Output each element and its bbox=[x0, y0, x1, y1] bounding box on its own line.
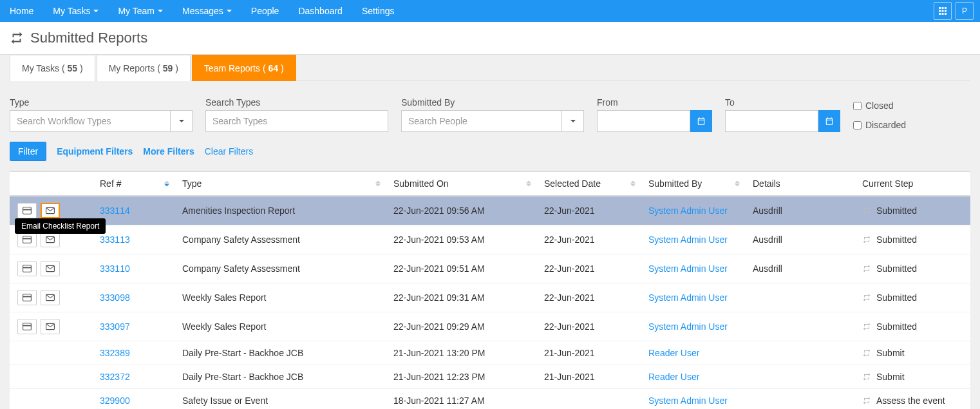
closed-checkbox-label[interactable]: Closed bbox=[853, 100, 906, 111]
caret-down-icon bbox=[570, 120, 576, 122]
col-ref[interactable]: Ref # bbox=[92, 171, 174, 196]
nav-settings[interactable]: Settings bbox=[352, 0, 404, 22]
submittedby-input[interactable] bbox=[401, 110, 562, 132]
table-row[interactable]: 333113Company Safety Assessment22-Jun-20… bbox=[10, 225, 970, 254]
current-step-text: Submitted bbox=[876, 263, 917, 274]
current-step-text: Submit bbox=[876, 348, 905, 358]
cell-submitted-on: 22-Jun-2021 09:29 AM bbox=[386, 312, 536, 341]
nav-dashboard[interactable]: Dashboard bbox=[288, 0, 352, 22]
svg-rect-10 bbox=[23, 209, 32, 211]
col-actions bbox=[10, 171, 92, 196]
submittedby-dropdown-button[interactable] bbox=[562, 110, 584, 132]
user-link[interactable]: System Admin User bbox=[648, 395, 728, 406]
cell-selected-date: 21-Jun-2021 bbox=[536, 365, 641, 389]
nav-myteam[interactable]: My Team bbox=[108, 0, 173, 22]
ref-link[interactable]: 333097 bbox=[100, 321, 130, 332]
ref-link[interactable]: 333113 bbox=[100, 234, 130, 245]
nav-messages[interactable]: Messages bbox=[173, 0, 241, 22]
user-link[interactable]: System Admin User bbox=[648, 205, 728, 216]
caret-down-icon bbox=[158, 10, 163, 12]
from-calendar-button[interactable] bbox=[690, 110, 712, 132]
table-row[interactable]: 332389Daily Pre-Start - Backhoe JCB21-Ju… bbox=[10, 341, 970, 365]
table-row[interactable]: 333097Weekly Sales Report22-Jun-2021 09:… bbox=[10, 312, 970, 341]
col-submitted-on-label: Submitted On bbox=[393, 178, 449, 189]
discarded-checkbox[interactable] bbox=[853, 121, 862, 129]
tab-teamreports-label: Team Reports bbox=[204, 63, 260, 73]
cell-selected-date: 22-Jun-2021 bbox=[536, 225, 641, 254]
apps-button[interactable] bbox=[934, 2, 952, 20]
col-selected-date[interactable]: Selected Date bbox=[536, 171, 641, 196]
tab-teamreports[interactable]: Team Reports ( 64 ) bbox=[192, 55, 296, 81]
sort-icon bbox=[735, 181, 740, 187]
ref-link[interactable]: 333110 bbox=[100, 263, 130, 274]
user-link[interactable]: Reader User bbox=[648, 348, 699, 358]
email-report-button[interactable] bbox=[41, 232, 60, 247]
equipment-filters-link[interactable]: Equipment Filters bbox=[57, 146, 133, 157]
sort-icon bbox=[375, 181, 381, 187]
caret-down-icon bbox=[227, 10, 232, 12]
user-menu-button[interactable]: P bbox=[956, 2, 974, 20]
ref-link[interactable]: 333098 bbox=[100, 292, 130, 303]
view-report-button[interactable] bbox=[17, 203, 37, 218]
to-calendar-button[interactable] bbox=[818, 110, 840, 132]
table-row[interactable]: 333098Weekly Sales Report22-Jun-2021 09:… bbox=[10, 283, 970, 312]
user-link[interactable]: System Admin User bbox=[648, 234, 728, 245]
user-link[interactable]: System Admin User bbox=[648, 263, 728, 274]
discarded-text: Discarded bbox=[865, 120, 906, 130]
cell-selected-date: 22-Jun-2021 bbox=[536, 254, 641, 283]
current-step-text: Submitted bbox=[876, 234, 917, 245]
ref-link[interactable]: 332372 bbox=[100, 372, 130, 382]
searchtypes-input[interactable] bbox=[205, 110, 388, 132]
ref-link[interactable]: 333114 bbox=[100, 205, 130, 216]
col-type-label: Type bbox=[182, 178, 202, 189]
table-row[interactable]: 332372Daily Pre-Start - Backhoe JCB21-Ju… bbox=[10, 365, 970, 389]
tab-myreports[interactable]: My Reports ( 59 ) bbox=[97, 55, 191, 81]
col-ref-label: Ref # bbox=[100, 178, 121, 189]
ref-link[interactable]: 332389 bbox=[100, 348, 130, 358]
cell-type: Amenities Inspection Report bbox=[174, 196, 386, 225]
email-report-button[interactable] bbox=[41, 319, 60, 334]
email-report-button[interactable] bbox=[41, 203, 60, 218]
closed-checkbox[interactable] bbox=[853, 102, 862, 110]
email-report-button[interactable] bbox=[41, 290, 60, 305]
col-submitted-by[interactable]: Submitted By bbox=[641, 171, 745, 196]
view-report-button[interactable] bbox=[17, 232, 37, 247]
user-link[interactable]: System Admin User bbox=[648, 292, 728, 303]
svg-rect-6 bbox=[939, 13, 941, 15]
reports-table: Ref # Type Submitted On Selected Date Su… bbox=[10, 171, 970, 409]
discarded-checkbox-label[interactable]: Discarded bbox=[853, 120, 906, 130]
cell-selected-date bbox=[536, 389, 641, 410]
table-row[interactable]: 333110Company Safety Assessment22-Jun-20… bbox=[10, 254, 970, 283]
user-link[interactable]: Reader User bbox=[648, 372, 699, 382]
nav-home[interactable]: Home bbox=[0, 0, 43, 22]
view-report-button[interactable] bbox=[17, 290, 37, 305]
type-dropdown-button[interactable] bbox=[171, 110, 193, 132]
type-input[interactable] bbox=[10, 110, 171, 132]
to-input[interactable] bbox=[725, 110, 818, 132]
cell-submitted-on: 21-Jun-2021 12:23 PM bbox=[386, 365, 536, 389]
clear-filters-link[interactable]: Clear Filters bbox=[205, 146, 253, 157]
ref-link[interactable]: 329900 bbox=[100, 395, 130, 406]
sort-icon bbox=[630, 181, 636, 187]
nav-mytasks[interactable]: My Tasks bbox=[43, 0, 108, 22]
calendar-icon bbox=[697, 117, 706, 126]
nav-people[interactable]: People bbox=[241, 0, 289, 22]
cell-selected-date: 21-Jun-2021 bbox=[536, 341, 641, 365]
from-input[interactable] bbox=[597, 110, 690, 132]
user-link[interactable]: System Admin User bbox=[648, 321, 728, 332]
filter-button[interactable]: Filter bbox=[10, 142, 46, 161]
cell-submitted-on: 22-Jun-2021 09:53 AM bbox=[386, 225, 536, 254]
cell-details bbox=[745, 341, 854, 365]
view-report-button[interactable] bbox=[17, 319, 37, 334]
svg-rect-13 bbox=[23, 238, 32, 240]
col-submitted-on[interactable]: Submitted On bbox=[386, 171, 536, 196]
col-type[interactable]: Type bbox=[174, 171, 386, 196]
more-filters-link[interactable]: More Filters bbox=[143, 146, 194, 157]
view-report-button[interactable] bbox=[17, 261, 37, 276]
email-report-button[interactable] bbox=[41, 261, 60, 276]
table-row[interactable]: 333114Amenities Inspection Report22-Jun-… bbox=[10, 196, 970, 225]
table-row[interactable]: 329900Safety Issue or Event18-Jun-2021 1… bbox=[10, 389, 970, 410]
cell-details bbox=[745, 389, 854, 410]
calendar-icon bbox=[825, 117, 834, 126]
tab-mytasks[interactable]: My Tasks ( 55 ) bbox=[10, 55, 95, 81]
